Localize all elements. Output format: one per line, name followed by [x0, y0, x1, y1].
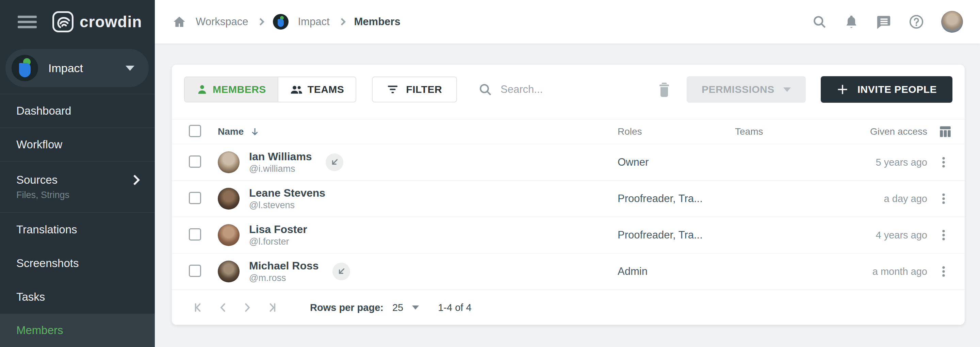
table-row[interactable]: Lisa Foster @l.forster Proofreader, Tra.… [172, 217, 965, 253]
invite-people-button[interactable]: INVITE PEOPLE [821, 76, 953, 103]
crowdin-logo[interactable]: crowdin [52, 11, 142, 32]
chevron-down-icon [783, 88, 791, 92]
rows-per-page-select[interactable]: 25 [392, 302, 419, 313]
sidebar-item-label: Screenshots [16, 257, 79, 270]
delete-trash-icon[interactable] [657, 81, 672, 98]
member-roles: Proofreader, Tra... [617, 193, 735, 205]
member-given-access: 4 years ago [846, 230, 927, 241]
member-name[interactable]: Leane Stevens [249, 186, 325, 200]
chevron-right-icon [338, 18, 346, 26]
chevron-right-icon [256, 18, 264, 26]
member-name[interactable]: Ian Williams [249, 150, 312, 163]
last-page-button[interactable] [259, 301, 283, 314]
member-avatar [218, 151, 240, 173]
table-row[interactable]: Ian Williams @i.williams Owner 5 years a… [172, 144, 965, 181]
row-checkbox[interactable] [189, 156, 201, 168]
permissions-button-label: PERMISSIONS [702, 84, 775, 95]
table-row[interactable]: Leane Stevens @l.stevens Proofreader, Tr… [172, 181, 965, 217]
sidebar: crowdin Impact Dashboard Workflow Source… [0, 0, 155, 347]
member-name[interactable]: Michael Ross [249, 259, 319, 272]
breadcrumb-project[interactable]: Impact [298, 16, 330, 28]
menu-icon[interactable] [18, 13, 37, 31]
rows-per-page-value: 25 [392, 302, 403, 313]
column-label: Name [218, 126, 243, 137]
member-username: @i.williams [249, 163, 312, 175]
sidebar-item-dashboard[interactable]: Dashboard [0, 94, 155, 128]
user-avatar[interactable] [941, 11, 963, 33]
row-checkbox[interactable] [189, 265, 201, 277]
row-menu-kebab-icon[interactable] [935, 190, 953, 207]
row-menu-kebab-icon[interactable] [935, 153, 953, 171]
sort-descending-icon [250, 127, 260, 137]
people-icon [290, 84, 303, 95]
sidebar-item-label: Workflow [16, 138, 62, 151]
sidebar-item-label: Translations [16, 223, 77, 236]
sidebar-item-sources[interactable]: Sources Files, Strings [0, 162, 155, 213]
pagination: Rows per page: 25 1-4 of 4 [172, 290, 965, 325]
breadcrumb-project-icon [273, 14, 288, 30]
project-selector[interactable]: Impact [5, 49, 149, 87]
last-login-arrow-badge [326, 153, 343, 171]
permissions-button[interactable]: PERMISSIONS [687, 76, 806, 103]
home-icon[interactable] [172, 15, 186, 29]
help-icon[interactable] [908, 14, 924, 30]
crowdin-logo-icon [52, 11, 73, 32]
next-page-button[interactable] [235, 301, 259, 314]
member-avatar [218, 188, 240, 210]
tab-label: MEMBERS [213, 84, 266, 95]
member-username: @m.ross [249, 272, 319, 284]
member-username: @l.stevens [249, 200, 325, 211]
sidebar-item-workflow[interactable]: Workflow [0, 128, 155, 162]
project-logo-icon [11, 55, 38, 81]
chevron-down-icon [412, 306, 419, 310]
member-name[interactable]: Lisa Foster [249, 223, 307, 236]
arrow-down-left-icon [337, 267, 346, 276]
plus-icon [837, 83, 849, 96]
tab-teams[interactable]: TEAMS [278, 77, 356, 102]
table-header: Name Roles Teams Given access [172, 119, 965, 144]
sidebar-header: crowdin [0, 0, 155, 43]
row-checkbox[interactable] [189, 192, 201, 204]
column-header-name[interactable]: Name [218, 126, 260, 137]
sidebar-item-tasks[interactable]: Tasks [0, 280, 155, 314]
member-avatar [218, 224, 240, 246]
top-bar: Workspace Impact Members [155, 0, 980, 43]
column-header-given-access: Given access [846, 126, 927, 137]
sidebar-item-translations[interactable]: Translations [0, 213, 155, 246]
sidebar-nav: Dashboard Workflow Sources Files, String… [0, 94, 155, 347]
member-roles: Owner [617, 156, 735, 169]
search-icon[interactable] [812, 14, 827, 29]
sidebar-item-screenshots[interactable]: Screenshots [0, 246, 155, 280]
members-teams-tabgroup: MEMBERS TEAMS [184, 76, 356, 102]
members-toolbar: MEMBERS TEAMS FILTER PER [172, 65, 965, 119]
filter-button-label: FILTER [406, 84, 442, 95]
row-menu-kebab-icon[interactable] [935, 263, 953, 280]
filter-button[interactable]: FILTER [372, 76, 457, 102]
rows-per-page-label: Rows per page: [310, 302, 383, 313]
table-row[interactable]: Michael Ross @m.ross Admin a month ago [172, 253, 965, 290]
previous-page-button[interactable] [211, 301, 235, 314]
member-given-access: 5 years ago [846, 157, 927, 168]
breadcrumb-workspace[interactable]: Workspace [196, 16, 248, 28]
last-login-arrow-badge [332, 263, 350, 280]
notifications-bell-icon[interactable] [844, 14, 859, 29]
project-name: Impact [48, 62, 126, 75]
search-input[interactable] [501, 83, 643, 96]
column-settings-icon[interactable] [938, 124, 953, 139]
member-roles: Proofreader, Tra... [617, 229, 735, 241]
sidebar-item-label: Sources [16, 174, 57, 186]
sidebar-item-label: Dashboard [16, 104, 71, 117]
row-checkbox[interactable] [189, 228, 201, 240]
member-username: @l.forster [249, 236, 307, 248]
member-given-access: a day ago [846, 193, 927, 204]
select-all-checkbox[interactable] [189, 125, 201, 137]
crowdin-logo-text: crowdin [80, 13, 142, 31]
chevron-down-icon [126, 66, 134, 71]
filter-icon [387, 84, 398, 95]
first-page-button[interactable] [188, 301, 211, 314]
search-icon [478, 82, 492, 97]
row-menu-kebab-icon[interactable] [935, 226, 953, 244]
tab-members[interactable]: MEMBERS [185, 77, 278, 102]
sidebar-item-members[interactable]: Members [0, 314, 155, 347]
messages-icon[interactable] [876, 14, 891, 30]
